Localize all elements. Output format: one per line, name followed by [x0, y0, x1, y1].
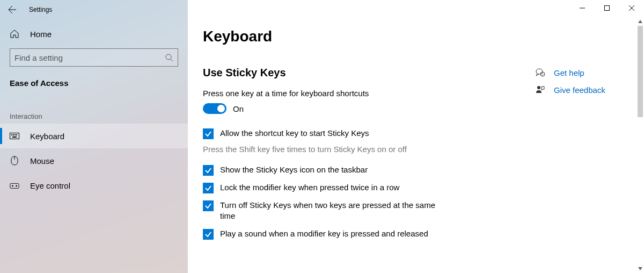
svg-rect-5 [16, 134, 17, 135]
checkbox-play-sound[interactable]: Play a sound when a modifier key is pres… [203, 225, 503, 243]
checkbox-icon [203, 200, 214, 211]
checkbox-label: Allow the shortcut key to start Sticky K… [220, 128, 369, 139]
scroll-down-icon[interactable] [636, 264, 644, 273]
checkbox-label: Play a sound when a modifier key is pres… [220, 228, 428, 239]
svg-point-11 [16, 185, 17, 187]
give-feedback-link[interactable]: Give feedback [536, 85, 605, 102]
checkbox-taskbar-icon[interactable]: Show the Sticky Keys icon on the taskbar [203, 164, 503, 179]
help-link-label: Give feedback [554, 85, 605, 95]
checkbox-label: Lock the modifier key when pressed twice… [220, 182, 399, 193]
sidebar-group-header: Interaction [0, 97, 188, 124]
checkbox-icon [203, 165, 214, 176]
svg-rect-13 [605, 6, 610, 11]
sidebar-category: Ease of Access [0, 76, 188, 97]
sidebar-home[interactable]: Home [0, 23, 188, 45]
back-button[interactable] [8, 5, 17, 15]
sidebar-item-keyboard[interactable]: Keyboard [0, 124, 188, 148]
svg-rect-9 [10, 183, 19, 188]
maximize-icon [604, 5, 610, 11]
mouse-icon [10, 156, 19, 166]
titlebar: Settings [0, 0, 188, 19]
sidebar-item-mouse[interactable]: Mouse [0, 148, 188, 173]
check-icon [204, 202, 212, 210]
checkbox-icon [203, 229, 214, 240]
svg-rect-6 [12, 136, 17, 138]
toggle-state-label: On [233, 104, 244, 113]
svg-point-0 [166, 54, 171, 60]
maximize-button[interactable] [595, 0, 619, 16]
get-help-link[interactable]: ? Get help [536, 68, 605, 85]
feedback-icon [536, 85, 545, 95]
section-description: Press one key at a time for keyboard sho… [203, 89, 503, 103]
svg-rect-1 [10, 133, 19, 139]
checkbox-label: Turn off Sticky Keys when two keys are p… [220, 200, 451, 222]
sidebar-item-label: Keyboard [30, 132, 64, 141]
section-title: Use Sticky Keys [203, 67, 503, 89]
search-icon [165, 53, 173, 62]
minimize-icon [580, 5, 585, 11]
home-icon [10, 29, 19, 39]
window-controls [570, 0, 644, 16]
sidebar-item-eye-control[interactable]: Eye control [0, 173, 188, 198]
checkbox-label: Show the Sticky Keys icon on the taskbar [220, 164, 368, 175]
sidebar-item-label: Eye control [30, 181, 70, 190]
keyboard-icon [10, 131, 19, 141]
check-icon [204, 167, 212, 174]
sidebar-home-label: Home [30, 30, 52, 39]
eye-control-icon [10, 181, 19, 190]
minimize-button[interactable] [570, 0, 595, 16]
scrollbar[interactable] [636, 17, 644, 273]
page-title: Keyboard [203, 0, 629, 67]
check-icon [204, 130, 212, 138]
svg-point-10 [12, 185, 13, 187]
close-icon [629, 5, 634, 11]
app-title: Settings [29, 6, 52, 13]
help-icon: ? [536, 68, 545, 77]
checkbox-shortcut-key[interactable]: Allow the shortcut key to start Sticky K… [203, 128, 503, 142]
help-link-label: Get help [554, 68, 584, 77]
scroll-up-icon[interactable] [636, 17, 644, 26]
sticky-keys-toggle[interactable] [203, 103, 226, 114]
main-content: Keyboard Use Sticky Keys Press one key a… [188, 0, 644, 273]
svg-point-17 [537, 86, 540, 89]
checkbox-icon [203, 128, 214, 139]
scroll-track[interactable] [636, 26, 644, 264]
svg-rect-3 [13, 134, 14, 135]
toggle-knob [217, 105, 225, 112]
svg-rect-4 [14, 134, 16, 135]
checkbox-icon [203, 183, 214, 193]
check-icon [204, 231, 212, 238]
checkbox-two-keys-off[interactable]: Turn off Sticky Keys when two keys are p… [203, 197, 503, 225]
scroll-thumb[interactable] [638, 26, 643, 117]
arrow-left-icon [8, 5, 17, 14]
close-button[interactable] [619, 0, 644, 16]
checkbox-lock-modifier[interactable]: Lock the modifier key when pressed twice… [203, 179, 503, 197]
shortcut-hint: Press the Shift key five times to turn S… [203, 142, 503, 164]
svg-rect-2 [11, 134, 12, 135]
check-icon [204, 184, 212, 192]
search-input[interactable] [14, 53, 165, 62]
sidebar-item-label: Mouse [30, 156, 54, 166]
search-box[interactable] [10, 48, 178, 67]
sidebar: Settings Home Ease of Access Interaction… [0, 0, 188, 273]
